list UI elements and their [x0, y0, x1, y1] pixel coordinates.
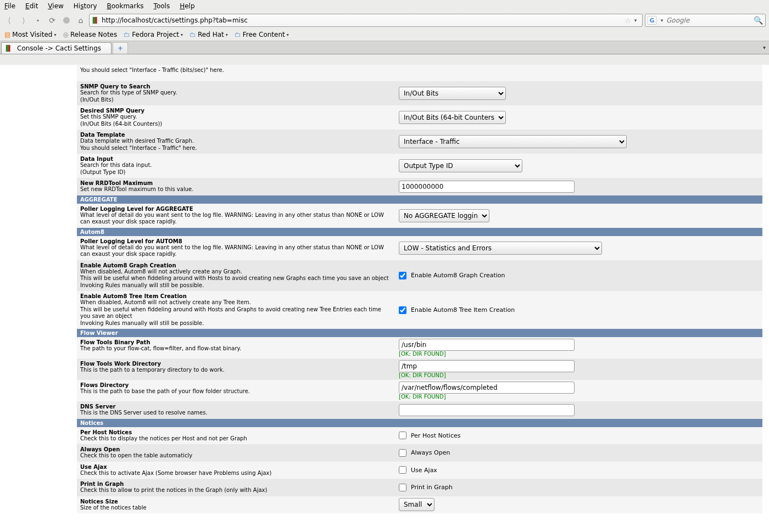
nav-toolbar: ⟨ ⟩ ▾ ⟳ ⌂ ☆ ▾ G ▾ 🔍: [0, 12, 769, 29]
menu-file[interactable]: File: [4, 2, 15, 10]
bookmark-star-icon[interactable]: ☆: [625, 16, 631, 25]
bookmark-fedora[interactable]: 🗀Fedora Project▾: [124, 31, 183, 38]
svg-rect-1: [95, 17, 97, 24]
stop-icon: [63, 17, 70, 24]
menu-tools[interactable]: Tools: [154, 2, 170, 10]
url-bar[interactable]: ☆ ▾: [89, 14, 643, 27]
menu-help[interactable]: Help: [180, 2, 194, 10]
tab-strip: Console -> Cacti Settings + ▾: [0, 41, 769, 54]
new-tab-button[interactable]: +: [113, 42, 128, 54]
search-icon[interactable]: 🔍: [754, 16, 763, 25]
reload-button[interactable]: ⟳: [46, 14, 58, 26]
home-button[interactable]: ⌂: [75, 14, 87, 26]
svg-rect-2: [6, 45, 8, 52]
page-icon: ◎: [63, 31, 68, 38]
folder-icon: 🗀: [235, 31, 241, 38]
menu-history[interactable]: History: [74, 2, 97, 10]
chevron-down-icon: ▾: [287, 32, 289, 37]
tab-cacti-settings[interactable]: Console -> Cacti Settings: [1, 42, 112, 54]
site-favicon: [92, 16, 99, 24]
chevron-down-icon: ▾: [181, 32, 183, 37]
menu-bar: File Edit View History Bookmarks Tools H…: [0, 0, 769, 12]
menu-bookmarks[interactable]: Bookmarks: [107, 2, 144, 10]
menu-edit[interactable]: Edit: [25, 2, 38, 10]
stop-button[interactable]: [60, 14, 73, 26]
bookmark-redhat[interactable]: 🗀Red Hat▾: [190, 31, 228, 38]
search-engine-dropdown[interactable]: ▾: [657, 18, 666, 23]
back-button[interactable]: ⟨: [3, 14, 15, 26]
tab-favicon: [5, 44, 13, 52]
url-input[interactable]: [102, 16, 622, 24]
search-bar[interactable]: G ▾ 🔍: [645, 14, 766, 27]
menu-view[interactable]: View: [48, 2, 63, 10]
feed-icon: ▤: [4, 31, 10, 38]
folder-icon: 🗀: [124, 31, 130, 38]
svg-rect-3: [8, 45, 10, 52]
bookmark-most-visited[interactable]: ▤Most Visited▾: [4, 31, 56, 38]
chevron-down-icon: ▾: [54, 32, 56, 37]
svg-rect-0: [93, 17, 95, 24]
tab-list-dropdown[interactable]: ▾: [763, 44, 766, 51]
bookmarks-toolbar: ▤Most Visited▾ ◎Release Notes 🗀Fedora Pr…: [0, 29, 769, 41]
google-icon: G: [648, 16, 656, 25]
tab-label: Console -> Cacti Settings: [17, 44, 101, 52]
chevron-down-icon: ▾: [226, 32, 228, 37]
bookmark-release-notes[interactable]: ◎Release Notes: [63, 31, 117, 38]
url-dropdown[interactable]: ▾: [631, 18, 640, 23]
forward-button[interactable]: ⟩: [18, 14, 30, 26]
folder-icon: 🗀: [190, 31, 196, 38]
search-input[interactable]: [666, 16, 754, 24]
bookmark-free-content[interactable]: 🗀Free Content▾: [235, 31, 289, 38]
recent-pages-dropdown[interactable]: ▾: [32, 14, 44, 26]
